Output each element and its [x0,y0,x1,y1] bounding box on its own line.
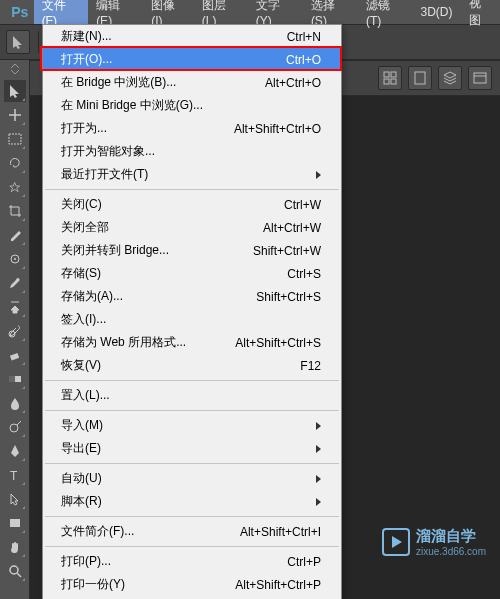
menu-item-shortcut: Alt+Shift+Ctrl+I [240,525,321,539]
menu-separator [45,546,339,547]
spot-heal-tool[interactable] [4,248,26,270]
tool-preset-button[interactable] [6,30,30,54]
history-brush-tool[interactable] [4,320,26,342]
menu-item-8[interactable]: 关闭(C)Ctrl+W [43,193,341,216]
zoom-tool[interactable] [4,560,26,582]
menu-item-label: 存储为(A)... [61,288,123,305]
menu-6[interactable]: 滤镜(T) [358,0,413,24]
menu-item-label: 脚本(R) [61,493,102,510]
menu-item-label: 打印(P)... [61,553,111,570]
layers-icon[interactable] [438,66,462,90]
svg-point-2 [14,258,16,260]
menu-item-6[interactable]: 最近打开文件(T) [43,163,341,186]
menu-item-9[interactable]: 关闭全部Alt+Ctrl+W [43,216,341,239]
menu-item-label: 恢复(V) [61,357,101,374]
menu-item-shortcut: Alt+Shift+Ctrl+S [235,336,321,350]
menu-separator [45,410,339,411]
hand-tool[interactable] [4,536,26,558]
submenu-arrow-icon [316,475,321,483]
menu-separator [45,463,339,464]
menu-item-shortcut: Alt+Ctrl+O [265,76,321,90]
submenu-arrow-icon [316,498,321,506]
svg-rect-18 [474,73,486,83]
menu-separator [45,380,339,381]
lasso-tool[interactable] [4,152,26,174]
eraser-tool[interactable] [4,344,26,366]
expand-tool[interactable] [4,104,26,126]
svg-rect-6 [9,376,15,382]
menu-2[interactable]: 图像(I) [143,0,194,24]
gradient-tool[interactable] [4,368,26,390]
menu-item-label: 打开为智能对象... [61,143,155,160]
menubar: Ps 文件(F)编辑(E)图像(I)图层(L)文字(Y)选择(S)滤镜(T)3D… [0,0,500,24]
doc-icon[interactable] [408,66,432,90]
menu-item-shortcut: Shift+Ctrl+S [256,290,321,304]
menu-8[interactable]: 视图 [461,0,500,24]
menu-item-2[interactable]: 在 Bridge 中浏览(B)...Alt+Ctrl+O [43,71,341,94]
menu-item-shortcut: Shift+Ctrl+W [253,244,321,258]
submenu-arrow-icon [316,422,321,430]
menu-item-12[interactable]: 存储为(A)...Shift+Ctrl+S [43,285,341,308]
menu-item-3[interactable]: 在 Mini Bridge 中浏览(G)... [43,94,341,117]
app-logo: Ps [6,3,34,21]
menu-item-27[interactable]: 打印(P)...Ctrl+P [43,550,341,573]
svg-text:T: T [10,469,18,483]
menu-item-4[interactable]: 打开为...Alt+Shift+Ctrl+O [43,117,341,140]
clone-tool[interactable] [4,296,26,318]
menu-3[interactable]: 图层(L) [194,0,248,24]
marquee-tool[interactable] [4,128,26,150]
pen-tool[interactable] [4,440,26,462]
menu-item-17[interactable]: 置入(L)... [43,384,341,407]
move-tool[interactable] [4,80,26,102]
play-icon [382,528,410,556]
extras-icon[interactable] [468,66,492,90]
menu-item-label: 最近打开文件(T) [61,166,148,183]
menu-item-label: 打开(O)... [61,51,112,68]
path-select-tool[interactable] [4,488,26,510]
panel-collapse-icon[interactable] [4,66,26,78]
eyedropper-tool[interactable] [4,224,26,246]
menu-item-10[interactable]: 关闭并转到 Bridge...Shift+Ctrl+W [43,239,341,262]
watermark: 溜溜自学 zixue.3d66.com [382,527,486,557]
blur-tool[interactable] [4,392,26,414]
svg-line-8 [17,421,21,425]
svg-line-12 [17,573,21,577]
menu-7[interactable]: 3D(D) [413,0,461,24]
watermark-sub: zixue.3d66.com [416,546,486,557]
quick-select-tool[interactable] [4,176,26,198]
menu-item-19[interactable]: 导入(M) [43,414,341,437]
menu-item-label: 导出(E) [61,440,101,457]
arrange-icon[interactable] [378,66,402,90]
menu-item-label: 存储为 Web 所用格式... [61,334,186,351]
menu-item-shortcut: Ctrl+S [287,267,321,281]
menu-item-0[interactable]: 新建(N)...Ctrl+N [43,25,341,48]
menu-item-14[interactable]: 存储为 Web 所用格式...Alt+Shift+Ctrl+S [43,331,341,354]
crop-tool[interactable] [4,200,26,222]
menu-item-23[interactable]: 脚本(R) [43,490,341,513]
menu-item-25[interactable]: 文件简介(F)...Alt+Shift+Ctrl+I [43,520,341,543]
menu-item-1[interactable]: 打开(O)...Ctrl+O [43,48,341,71]
menu-item-22[interactable]: 自动(U) [43,467,341,490]
menu-5[interactable]: 选择(S) [303,0,358,24]
menu-item-label: 存储(S) [61,265,101,282]
menu-item-11[interactable]: 存储(S)Ctrl+S [43,262,341,285]
menu-item-label: 置入(L)... [61,387,110,404]
menu-item-label: 文件简介(F)... [61,523,134,540]
menu-item-shortcut: Alt+Shift+Ctrl+O [234,122,321,136]
menu-0[interactable]: 文件(F) [34,0,89,24]
menu-item-15[interactable]: 恢复(V)F12 [43,354,341,377]
menu-item-shortcut: Ctrl+N [287,30,321,44]
rectangle-tool[interactable] [4,512,26,534]
menu-1[interactable]: 编辑(E) [88,0,143,24]
menu-item-5[interactable]: 打开为智能对象... [43,140,341,163]
menu-item-28[interactable]: 打印一份(Y)Alt+Shift+Ctrl+P [43,573,341,596]
menu-item-20[interactable]: 导出(E) [43,437,341,460]
dodge-tool[interactable] [4,416,26,438]
menu-item-13[interactable]: 签入(I)... [43,308,341,331]
menu-4[interactable]: 文字(Y) [248,0,303,24]
type-tool[interactable]: T [4,464,26,486]
menu-item-label: 导入(M) [61,417,103,434]
menu-item-label: 新建(N)... [61,28,112,45]
brush-tool[interactable] [4,272,26,294]
menu-item-shortcut: F12 [300,359,321,373]
